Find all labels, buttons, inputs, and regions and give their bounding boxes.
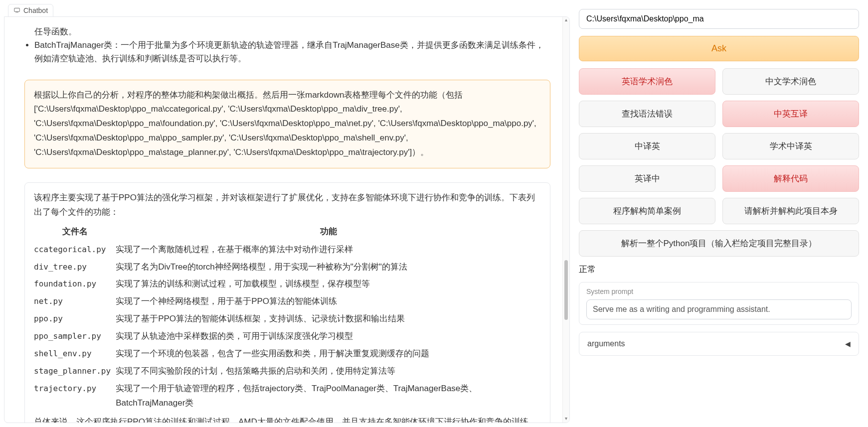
function-button-grid: 英语学术润色中文学术润色查找语法错误中英互译中译英学术中译英英译中解释代码程序解… — [579, 68, 859, 257]
bullet-item: BatchTrajManager类：一个用于批量为多个环境更新轨迹的轨迹管理器，… — [34, 38, 550, 65]
function-button-4[interactable]: 中译英 — [579, 133, 715, 159]
file-desc-cell: 实现了一个用于轨迹管理的程序，包括trajectory类、TrajPoolMan… — [116, 380, 541, 412]
collapse-left-icon: ◀ — [845, 340, 851, 348]
file-name-cell: shell_env.py — [34, 345, 116, 363]
table-row: stage_planner.py实现了不同实验阶段的计划，包括策略共振的启动和关… — [34, 363, 541, 380]
status-text: 正常 — [579, 264, 859, 275]
arguments-toggle[interactable]: arguments ◀ — [579, 332, 859, 356]
file-name-cell: net.py — [34, 293, 116, 310]
chat-icon — [13, 7, 20, 14]
tab-chatbot[interactable]: Chatbot — [8, 4, 53, 17]
assistant-outro: 总体来说，这个程序执行PPO算法的训练和测试过程，AMD大量的文件配合使用，并且… — [34, 415, 541, 423]
table-header: 文件名 — [34, 223, 116, 241]
file-desc-cell: 实现了一个神经网络模型，用于基于PPO算法的智能体训练 — [116, 293, 541, 310]
function-button-7[interactable]: 解释代码 — [722, 165, 859, 192]
tab-label: Chatbot — [23, 6, 48, 14]
table-row: foundation.py实现了算法的训练和测试过程，可加载模型，训练模型，保存… — [34, 276, 541, 293]
file-name-cell: div_tree.py — [34, 259, 116, 276]
file-name-cell: trajectory.py — [34, 380, 116, 412]
file-name-cell: ccategorical.py — [34, 241, 116, 259]
right-pane: Ask 英语学术润色中文学术润色查找语法错误中英互译中译英学术中译英英译中解释代… — [574, 0, 868, 427]
scroll-up-icon[interactable]: ▴ — [563, 17, 569, 24]
table-row: trajectory.py实现了一个用于轨迹管理的程序，包括trajectory… — [34, 380, 541, 412]
parse-project-button[interactable]: 解析一整个Python项目（输入栏给定项目完整目录） — [579, 230, 859, 257]
assistant-intro: 该程序主要实现了基于PPO算法的强化学习框架，并对该框架进行了扩展优化，支持在多… — [34, 191, 541, 220]
left-pane: Chatbot 任导函数。 BatchTrajManager类：一个用于批量为多… — [0, 0, 574, 427]
assistant-partial: 任导函数。 BatchTrajManager类：一个用于批量为多个环境更新轨迹的… — [24, 25, 550, 66]
arguments-label: arguments — [587, 339, 625, 348]
table-row: shell_env.py实现了一个环境的包装器，包含了一些实用函数和类，用于解决… — [34, 345, 541, 363]
file-name-cell: stage_planner.py — [34, 363, 116, 380]
table-row: ccategorical.py实现了一个离散随机过程，在基于概率的算法中对动作进… — [34, 241, 541, 259]
system-prompt-block: System prompt — [579, 282, 859, 325]
file-desc-cell: 实现了不同实验阶段的计划，包括策略共振的启动和关闭，使用特定算法等 — [116, 363, 541, 380]
file-name-cell: ppo_sampler.py — [34, 328, 116, 345]
table-row: ppo_sampler.py实现了从轨迹池中采样数据的类，可用于训练深度强化学习… — [34, 328, 541, 345]
table-row: ppo.py实现了基于PPO算法的智能体训练框架，支持训练、记录统计数据和输出结… — [34, 310, 541, 328]
cut-line: 任导函数。 — [24, 25, 550, 38]
file-desc-cell: 实现了从轨迹池中采样数据的类，可用于训练深度强化学习模型 — [116, 328, 541, 345]
ask-button[interactable]: Ask — [579, 36, 859, 61]
chat-container: 任导函数。 BatchTrajManager类：一个用于批量为多个环境更新轨迹的… — [4, 16, 570, 423]
function-button-3[interactable]: 中英互译 — [722, 101, 859, 127]
user-message: 根据以上你自己的分析，对程序的整体功能和构架做出概括。然后用一张markdown… — [24, 80, 550, 168]
scrollbar[interactable]: ▴ ▾ — [562, 17, 569, 423]
path-input[interactable] — [579, 9, 859, 29]
chat-scroll[interactable]: 任导函数。 BatchTrajManager类：一个用于批量为多个环境更新轨迹的… — [4, 17, 562, 423]
function-button-9[interactable]: 请解析并解构此项目本身 — [722, 198, 859, 224]
file-name-cell: ppo.py — [34, 310, 116, 328]
bullet-list: BatchTrajManager类：一个用于批量为多个环境更新轨迹的轨迹管理器，… — [24, 38, 550, 65]
table-row: div_tree.py实现了名为DivTree的torch神经网络模型，用于实现… — [34, 259, 541, 276]
table-row: net.py实现了一个神经网络模型，用于基于PPO算法的智能体训练 — [34, 293, 541, 310]
function-button-5[interactable]: 学术中译英 — [722, 133, 859, 159]
file-desc-cell: 实现了基于PPO算法的智能体训练框架，支持训练、记录统计数据和输出结果 — [116, 310, 541, 328]
function-button-0[interactable]: 英语学术润色 — [579, 68, 715, 95]
system-prompt-label: System prompt — [586, 287, 852, 295]
table-header: 功能 — [116, 223, 541, 241]
svg-rect-0 — [14, 8, 20, 11]
function-button-6[interactable]: 英译中 — [579, 165, 715, 192]
assistant-message: 该程序主要实现了基于PPO算法的强化学习框架，并对该框架进行了扩展优化，支持在多… — [24, 182, 550, 423]
function-button-8[interactable]: 程序解构简单案例 — [579, 198, 715, 224]
system-prompt-input[interactable] — [586, 299, 852, 319]
file-desc-cell: 实现了算法的训练和测试过程，可加载模型，训练模型，保存模型等 — [116, 276, 541, 293]
file-desc-cell: 实现了一个环境的包装器，包含了一些实用函数和类，用于解决重复观测缓存的问题 — [116, 345, 541, 363]
tab-bar: Chatbot — [4, 4, 570, 17]
file-desc-cell: 实现了一个离散随机过程，在基于概率的算法中对动作进行采样 — [116, 241, 541, 259]
scroll-thumb[interactable] — [564, 260, 568, 320]
function-button-1[interactable]: 中文学术润色 — [722, 68, 859, 95]
file-table: 文件名功能 ccategorical.py实现了一个离散随机过程，在基于概率的算… — [34, 223, 541, 412]
file-name-cell: foundation.py — [34, 276, 116, 293]
scroll-down-icon[interactable]: ▾ — [563, 416, 569, 423]
function-button-2[interactable]: 查找语法错误 — [579, 101, 715, 127]
file-desc-cell: 实现了名为DivTree的torch神经网络模型，用于实现一种被称为"分割树"的… — [116, 259, 541, 276]
